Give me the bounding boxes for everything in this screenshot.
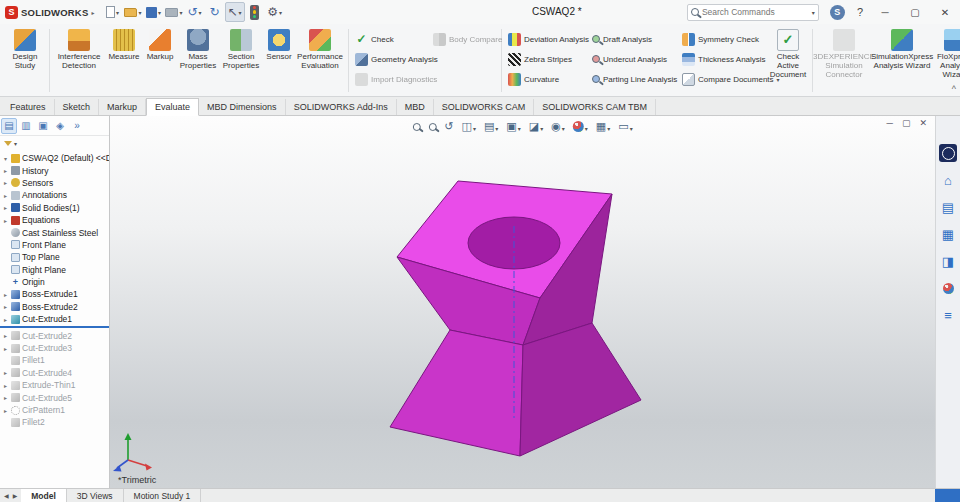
tree-item-cirpattern1[interactable]: CirPattern1: [0, 404, 109, 416]
undo-button[interactable]: ↺: [185, 2, 205, 22]
tree-item-right-plane[interactable]: Right Plane: [0, 264, 109, 276]
symmetry-check-button[interactable]: Symmetry Check: [679, 30, 767, 48]
performance-evaluation-button[interactable]: Performance Evaluation: [295, 26, 345, 95]
thickness-analysis-button[interactable]: Thickness Analysis: [679, 50, 767, 68]
tree-item-sensors[interactable]: Sensors: [0, 177, 109, 189]
tree-item-annotations[interactable]: Annotations: [0, 189, 109, 201]
appearances-scenes-icon[interactable]: [939, 279, 957, 297]
home-icon[interactable]: ⌂: [939, 171, 957, 189]
measure-button[interactable]: Measure: [105, 26, 143, 95]
tree-item-material[interactable]: Cast Stainless Steel: [0, 226, 109, 238]
geometry-analysis-button[interactable]: Geometry Analysis: [352, 50, 430, 68]
rebuild-button[interactable]: [245, 2, 265, 22]
help-button[interactable]: ?: [850, 6, 870, 18]
tab-3d-views[interactable]: 3D Views: [67, 489, 124, 502]
expander-icon[interactable]: [2, 303, 9, 310]
minimize-button[interactable]: ─: [870, 0, 900, 24]
threedexperience-icon[interactable]: [939, 144, 957, 162]
dimxpertmanager-tab[interactable]: ◈: [52, 118, 68, 134]
expander-icon[interactable]: [2, 394, 9, 401]
app-logo[interactable]: S SOLIDWORKS ▸: [5, 6, 94, 19]
expander-icon[interactable]: [2, 332, 9, 339]
tab-evaluate[interactable]: Evaluate: [146, 98, 199, 116]
featuremanager-tab[interactable]: ▤: [1, 118, 17, 134]
simulationxpress-wizard-button[interactable]: SimulationXpress Analysis Wizard: [872, 26, 932, 95]
options-button[interactable]: ⚙: [265, 2, 285, 22]
propertymanager-tab[interactable]: ▥: [18, 118, 34, 134]
tree-item-boss-extrude1[interactable]: Boss-Extrude1: [0, 288, 109, 300]
panel-chevron-button[interactable]: »: [69, 118, 85, 134]
tab-solidworks-cam-tbm[interactable]: SOLIDWORKS CAM TBM: [534, 99, 656, 115]
expander-icon[interactable]: [2, 369, 9, 376]
tree-item-cut-extrude4[interactable]: Cut-Extrude4: [0, 367, 109, 379]
expander-icon[interactable]: [2, 179, 9, 186]
expander-icon[interactable]: [2, 167, 9, 174]
expander-icon[interactable]: [2, 291, 9, 298]
tab-motion-study-1[interactable]: Motion Study 1: [124, 489, 202, 502]
model-3d[interactable]: [110, 116, 935, 488]
tab-model[interactable]: Model: [21, 489, 67, 502]
graphics-area[interactable]: ↺ ◫ ▤ ▣ ◪ ◉ ▦ ▭ ─ ▢ ✕: [110, 116, 935, 488]
search-commands-box[interactable]: [687, 4, 819, 21]
tree-item-cut-extrude5[interactable]: Cut-Extrude5: [0, 391, 109, 403]
tree-item-front-plane[interactable]: Front Plane: [0, 239, 109, 251]
rollback-bar[interactable]: [0, 326, 109, 328]
open-document-button[interactable]: [122, 2, 143, 22]
expander-icon[interactable]: [2, 345, 9, 352]
expander-icon[interactable]: [2, 204, 9, 211]
markup-button[interactable]: Markup: [143, 26, 177, 95]
zebra-stripes-button[interactable]: Zebra Stripes: [505, 50, 589, 68]
design-study-button[interactable]: Design Study: [4, 26, 46, 95]
prev-tab-arrow[interactable]: ◀: [4, 492, 9, 499]
expander-icon[interactable]: [2, 217, 9, 224]
mass-properties-button[interactable]: Mass Properties: [177, 26, 219, 95]
import-diagnostics-button[interactable]: Import Diagnostics: [352, 70, 430, 88]
new-document-button[interactable]: [102, 2, 122, 22]
restore-button[interactable]: ▢: [900, 0, 930, 24]
expander-icon[interactable]: [2, 407, 9, 414]
section-properties-button[interactable]: Section Properties: [219, 26, 263, 95]
expander-icon[interactable]: [2, 382, 9, 389]
redo-button[interactable]: ↻: [205, 2, 225, 22]
tab-sketch[interactable]: Sketch: [55, 99, 100, 115]
tab-features[interactable]: Features: [2, 99, 55, 115]
3dexperience-simulation-connector-button[interactable]: 3DEXPERIENCE Simulation Connector: [816, 26, 872, 95]
curvature-button[interactable]: Curvature: [505, 70, 589, 88]
search-input[interactable]: [702, 7, 809, 17]
tree-item-cut-extrude2[interactable]: Cut-Extrude2: [0, 329, 109, 341]
tree-item-fillet2[interactable]: Fillet2: [0, 416, 109, 428]
deviation-analysis-button[interactable]: Deviation Analysis: [505, 30, 589, 48]
filter-funnel-icon[interactable]: [4, 141, 12, 146]
expander-icon[interactable]: [2, 155, 9, 162]
compare-documents-button[interactable]: Compare Documents: [679, 70, 767, 88]
orientation-triad[interactable]: [113, 433, 152, 472]
tree-item-cut-extrude3[interactable]: Cut-Extrude3: [0, 342, 109, 354]
login-avatar[interactable]: S: [830, 5, 845, 20]
view-palette-icon[interactable]: ◨: [939, 252, 957, 270]
interference-detection-button[interactable]: Interference Detection: [53, 26, 105, 95]
draft-analysis-button[interactable]: Draft Analysis: [589, 30, 679, 48]
tree-root[interactable]: CSWAQ2 (Default) <<Default: [0, 152, 109, 164]
tree-item-history[interactable]: History: [0, 164, 109, 176]
check-button[interactable]: Check: [352, 30, 430, 48]
tree-item-solid-bodies[interactable]: Solid Bodies(1): [0, 202, 109, 214]
tree-item-equations[interactable]: Equations: [0, 214, 109, 226]
tree-item-origin[interactable]: Origin: [0, 276, 109, 288]
tree-item-extrude-thin1[interactable]: Extrude-Thin1: [0, 379, 109, 391]
tree-item-cut-extrude1[interactable]: Cut-Extrude1: [0, 313, 109, 325]
model-face-lower-left[interactable]: [390, 330, 523, 456]
sensor-button[interactable]: Sensor: [263, 26, 295, 95]
design-library-icon[interactable]: ▤: [939, 198, 957, 216]
model-face-lower-right[interactable]: [520, 323, 641, 456]
tree-item-fillet1[interactable]: Fillet1: [0, 354, 109, 366]
custom-properties-icon[interactable]: ≡: [939, 306, 957, 324]
tab-solidworks-cam[interactable]: SOLIDWORKS CAM: [434, 99, 535, 115]
body-compare-button[interactable]: Body Compare: [430, 30, 498, 48]
file-explorer-icon[interactable]: ▦: [939, 225, 957, 243]
ribbon-collapse-button[interactable]: ^: [952, 84, 956, 94]
select-tool-button[interactable]: ↖: [225, 2, 245, 22]
parting-line-analysis-button[interactable]: Parting Line Analysis: [589, 70, 679, 88]
undercut-analysis-button[interactable]: Undercut Analysis: [589, 50, 679, 68]
save-button[interactable]: [143, 2, 163, 22]
configurationmanager-tab[interactable]: ▣: [35, 118, 51, 134]
